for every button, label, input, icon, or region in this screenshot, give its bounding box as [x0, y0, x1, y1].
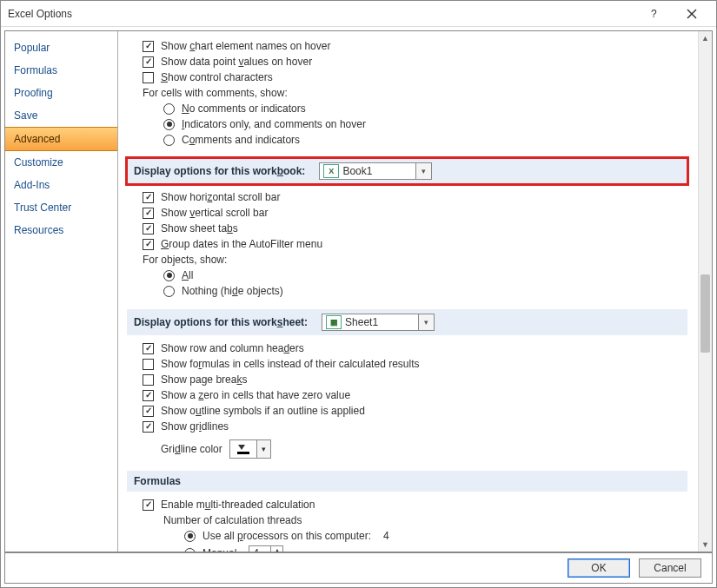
- chevron-down-icon: ▾: [418, 314, 434, 330]
- rad-obj-none[interactable]: Nothing (hide objects): [163, 283, 689, 299]
- checkbox-icon: [143, 41, 154, 52]
- rad-label: Use all processors on this computer:: [202, 530, 371, 542]
- checkbox-icon: [143, 208, 154, 219]
- chk-hscroll[interactable]: Show horizontal scroll bar: [143, 189, 689, 205]
- checkbox-icon: [143, 406, 154, 417]
- worksheet-dropdown[interactable]: ▦ Sheet1 ▾: [322, 314, 435, 331]
- processor-count: 4: [383, 530, 389, 542]
- radio-icon: [163, 286, 175, 297]
- chevron-down-icon: ▾: [256, 440, 270, 458]
- checkbox-icon: [143, 390, 154, 401]
- rad-indicators-only[interactable]: Indicators only, and comments on hover: [163, 116, 689, 132]
- section-workbook-display: Display options for this workbook: X Boo…: [127, 158, 687, 184]
- chk-page-breaks[interactable]: Show page breaks: [143, 372, 689, 387]
- chk-label: Show outline symbols if an outline is ap…: [161, 405, 365, 417]
- nav-proofing[interactable]: Proofing: [5, 82, 117, 104]
- scroll-content: Show chart element names on hover Show d…: [118, 31, 698, 552]
- chk-chart-hover[interactable]: Show chart element names on hover: [143, 38, 689, 54]
- label-comments: For cells with comments, show:: [143, 85, 689, 101]
- nav-resources[interactable]: Resources: [5, 219, 117, 241]
- section-formulas: Formulas: [127, 471, 687, 492]
- rad-label: All: [182, 269, 193, 281]
- checkbox-icon: [143, 343, 154, 354]
- nav-save[interactable]: Save: [5, 104, 117, 127]
- chk-control-chars[interactable]: Show control characters: [143, 69, 689, 85]
- chk-label: Show page breaks: [161, 373, 247, 386]
- chk-label: Show sheet tabs: [161, 222, 238, 235]
- rad-label: Comments and indicators: [182, 134, 300, 146]
- nav-advanced[interactable]: Advanced: [5, 127, 117, 151]
- manual-threads-spinner[interactable]: 4 ▲▼: [249, 545, 283, 552]
- system-buttons: ?: [636, 2, 709, 26]
- dropdown-value: Book1: [342, 165, 379, 177]
- chk-multithread[interactable]: Enable multi-threaded calculation: [143, 497, 689, 512]
- svg-rect-3: [237, 452, 249, 454]
- rad-label: Manual: [202, 547, 236, 552]
- chk-label: Group dates in the AutoFilter menu: [161, 238, 322, 250]
- rad-label: Indicators only, and comments on hover: [182, 118, 366, 130]
- chk-label: Show chart element names on hover: [161, 40, 330, 52]
- paint-bucket-icon: [230, 440, 256, 458]
- rad-label: Nothing (hide objects): [182, 285, 283, 297]
- rad-comments-indicators[interactable]: Comments and indicators: [163, 132, 689, 148]
- rad-obj-all[interactable]: All: [163, 268, 689, 283]
- chk-sheet-tabs[interactable]: Show sheet tabs: [143, 221, 689, 236]
- chk-label: Show gridlines: [161, 420, 229, 433]
- scroll-up-arrow-icon: ▲: [699, 31, 712, 45]
- gridline-color-row: Gridline color ▾: [143, 438, 689, 460]
- cancel-button[interactable]: Cancel: [639, 558, 701, 578]
- chk-formulas-in-cells[interactable]: Show formulas in cells instead of their …: [143, 356, 689, 372]
- checkbox-icon: [143, 239, 154, 250]
- chk-outline[interactable]: Show outline symbols if an outline is ap…: [143, 403, 689, 419]
- chk-vscroll[interactable]: Show vertical scroll bar: [143, 205, 689, 221]
- nav-formulas[interactable]: Formulas: [5, 59, 117, 82]
- nav-addins[interactable]: Add-Ins: [5, 174, 117, 196]
- ok-button[interactable]: OK: [568, 558, 630, 578]
- radio-icon: [184, 531, 196, 542]
- help-button[interactable]: ?: [636, 2, 671, 26]
- checkbox-icon: [143, 223, 154, 235]
- section-title: Formulas: [134, 475, 181, 487]
- radio-icon: [184, 548, 196, 552]
- checkbox-icon: [143, 421, 154, 433]
- chk-label: Enable multi-threaded calculation: [161, 499, 315, 511]
- gridline-color-label: Gridline color: [161, 443, 222, 455]
- checkbox-icon: [143, 499, 154, 511]
- close-button[interactable]: [674, 2, 709, 26]
- chk-label: Show horizontal scroll bar: [161, 191, 280, 203]
- scrollbar-thumb[interactable]: [700, 274, 710, 353]
- dialog-body: Popular Formulas Proofing Save Advanced …: [4, 30, 713, 552]
- nav-customize[interactable]: Customize: [5, 151, 117, 174]
- chk-label: Show vertical scroll bar: [161, 207, 268, 219]
- section-title: Display options for this worksheet:: [134, 316, 308, 328]
- checkbox-icon: [143, 359, 154, 370]
- label-threads: Number of calculation threads: [143, 512, 689, 528]
- rad-no-comments[interactable]: No comments or indicators: [163, 101, 689, 116]
- vertical-scrollbar[interactable]: ▲ ▼: [698, 31, 712, 552]
- rad-manual[interactable]: Manual 4 ▲▼: [184, 544, 689, 552]
- chk-zero-values[interactable]: Show a zero in cells that have zero valu…: [143, 387, 689, 403]
- scroll-down-arrow-icon: ▼: [699, 538, 712, 552]
- dialog-button-bar: OK Cancel: [4, 552, 713, 584]
- checkbox-icon: [143, 192, 154, 203]
- chk-group-dates[interactable]: Group dates in the AutoFilter menu: [143, 236, 689, 252]
- section-worksheet-display: Display options for this worksheet: ▦ Sh…: [127, 309, 687, 335]
- checkbox-icon: [143, 56, 154, 68]
- nav-popular[interactable]: Popular: [5, 36, 117, 59]
- spinner-value: 4: [249, 547, 270, 552]
- nav-trust-center[interactable]: Trust Center: [5, 196, 117, 219]
- radio-icon: [163, 135, 175, 146]
- chk-label: Show control characters: [161, 71, 273, 83]
- chk-rowcol[interactable]: Show row and column headers: [143, 340, 689, 356]
- chk-data-point[interactable]: Show data point values on hover: [143, 54, 689, 69]
- worksheet-icon: ▦: [326, 315, 342, 329]
- category-sidebar: Popular Formulas Proofing Save Advanced …: [5, 31, 118, 552]
- chk-gridlines[interactable]: Show gridlines: [143, 419, 689, 434]
- checkbox-icon: [143, 374, 154, 386]
- label-objects: For objects, show:: [143, 252, 689, 268]
- chk-label: Show data point values on hover: [161, 56, 312, 68]
- rad-all-processors[interactable]: Use all processors on this computer: 4: [184, 528, 689, 544]
- workbook-dropdown[interactable]: X Book1 ▾: [319, 162, 432, 180]
- gridline-color-picker[interactable]: ▾: [229, 439, 271, 459]
- rad-label: No comments or indicators: [182, 102, 306, 115]
